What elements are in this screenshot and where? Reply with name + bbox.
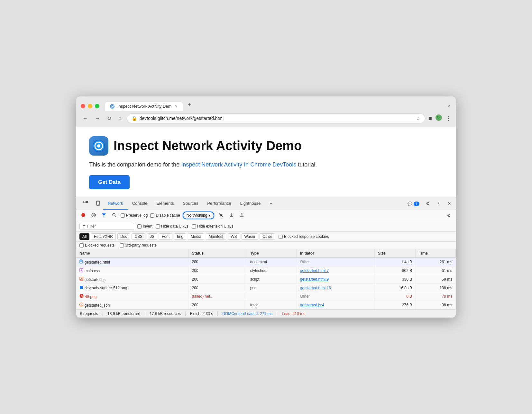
- disable-cache-checkbox[interactable]: Disable cache: [150, 213, 180, 218]
- window-controls: [81, 104, 99, 111]
- table-row[interactable]: JS getstarted.js 200 script getstarted.h…: [76, 275, 456, 284]
- hide-data-urls-checkbox[interactable]: Hide data URLs: [156, 224, 188, 229]
- svg-point-1: [112, 106, 113, 107]
- clear-button[interactable]: [90, 212, 97, 219]
- type-btn-manifest[interactable]: Manifest: [206, 233, 226, 240]
- type-btn-media[interactable]: Media: [188, 233, 204, 240]
- blocked-cookies-input[interactable]: [279, 235, 283, 239]
- back-button[interactable]: ←: [81, 114, 90, 122]
- devtools-close-button[interactable]: ✕: [445, 200, 453, 207]
- devtools-tab-lighthouse[interactable]: Lighthouse: [236, 198, 265, 210]
- type-btn-css[interactable]: CSS: [132, 233, 145, 240]
- network-settings-button[interactable]: ⚙: [445, 212, 453, 219]
- table-row[interactable]: {} getstarted.json 200 fetch getstarted.…: [76, 301, 456, 310]
- col-name[interactable]: Name: [76, 249, 188, 258]
- invert-checkbox[interactable]: Invert: [137, 224, 152, 229]
- minimize-button[interactable]: [88, 104, 92, 108]
- table-row[interactable]: ✕ 48.png (failed) net... Other 0 B 70 ms: [76, 292, 456, 301]
- hide-extension-urls-input[interactable]: [192, 224, 196, 229]
- page-header: Inspect Network Activity Demo: [89, 136, 443, 156]
- description-link[interactable]: Inspect Network Activity In Chrome DevTo…: [181, 161, 296, 168]
- svg-point-5: [97, 144, 100, 148]
- svg-point-11: [81, 213, 85, 217]
- import-button[interactable]: [228, 212, 235, 219]
- blocked-response-cookies-checkbox[interactable]: Blocked response cookies: [279, 234, 329, 239]
- load-time: Load: 410 ms: [277, 311, 310, 316]
- cell-time: 38 ms: [416, 301, 456, 310]
- preserve-log-checkbox[interactable]: Preserve log: [121, 213, 148, 218]
- devtools-tab-network[interactable]: Network: [103, 198, 128, 210]
- type-btn-img[interactable]: Img: [174, 233, 186, 240]
- extensions-icon[interactable]: ■: [428, 115, 432, 122]
- devtools-more-button[interactable]: ⋮: [435, 200, 443, 207]
- devtools-icons: 💬 1 ⚙ ⋮ ✕: [406, 200, 453, 207]
- devtools-tab-sources[interactable]: Sources: [179, 198, 203, 210]
- tab-menu-button[interactable]: ⌄: [446, 101, 451, 111]
- devtools-tab-console[interactable]: Console: [128, 198, 152, 210]
- wifi-icon[interactable]: [217, 212, 225, 219]
- throttle-dropdown[interactable]: No throttling ▾: [183, 212, 215, 219]
- filter-toggle-button[interactable]: [100, 212, 108, 219]
- reload-button[interactable]: ↻: [105, 114, 113, 123]
- devtools-tab-performance[interactable]: Performance: [203, 198, 235, 210]
- cell-size: 0 B: [374, 292, 416, 301]
- active-tab[interactable]: Inspect Network Activity Dem ×: [105, 102, 183, 111]
- cell-size: 16.0 kB: [374, 284, 416, 292]
- requests-count: 6 requests: [80, 311, 103, 316]
- col-time[interactable]: Time: [416, 249, 456, 258]
- devtools-tab-device[interactable]: [93, 197, 103, 210]
- more-options-icon[interactable]: ⋮: [445, 115, 451, 122]
- cell-type: document: [247, 258, 297, 266]
- record-button[interactable]: [79, 212, 87, 219]
- third-party-input[interactable]: [120, 243, 124, 248]
- devtools-chat-button[interactable]: 💬 1: [406, 200, 421, 207]
- col-initiator[interactable]: Initiator: [297, 249, 374, 258]
- devtools-tab-elements[interactable]: Elements: [152, 198, 178, 210]
- type-btn-fetch-xhr[interactable]: Fetch/XHR: [91, 233, 116, 240]
- svg-rect-7: [86, 201, 88, 203]
- table-row[interactable]: devtools-square-512.png 200 png getstart…: [76, 284, 456, 292]
- type-btn-js[interactable]: JS: [147, 233, 157, 240]
- hide-extension-urls-checkbox[interactable]: Hide extension URLs: [192, 224, 234, 229]
- type-btn-ws[interactable]: WS: [228, 233, 240, 240]
- blocked-requests-input[interactable]: [79, 243, 84, 248]
- address-bar-input[interactable]: 🔒 devtools.glitch.me/network/getstarted.…: [127, 113, 425, 123]
- disable-cache-input[interactable]: [150, 213, 154, 218]
- page-logo: [89, 136, 108, 156]
- col-size[interactable]: Size: [374, 249, 416, 258]
- search-button[interactable]: [110, 212, 118, 219]
- blocked-requests-checkbox[interactable]: Blocked requests: [79, 243, 115, 248]
- devtools-settings-button[interactable]: ⚙: [424, 200, 432, 207]
- col-status[interactable]: Status: [188, 249, 247, 258]
- close-button[interactable]: [81, 104, 85, 108]
- hide-data-urls-input[interactable]: [156, 224, 160, 229]
- home-button[interactable]: ⌂: [116, 114, 124, 122]
- type-btn-font[interactable]: Font: [159, 233, 172, 240]
- export-button[interactable]: [238, 212, 246, 219]
- tab-close-button[interactable]: ×: [174, 104, 178, 109]
- invert-input[interactable]: [137, 224, 142, 229]
- table-row[interactable]: getstarted.html 200 document Other 1.4 k…: [76, 258, 456, 266]
- type-btn-other[interactable]: Other: [260, 233, 275, 240]
- type-btn-all[interactable]: All: [79, 233, 89, 240]
- preserve-log-input[interactable]: [121, 213, 125, 218]
- devtools-tab-more[interactable]: »: [265, 198, 276, 210]
- forward-button[interactable]: →: [93, 114, 102, 122]
- type-btn-doc[interactable]: Doc: [117, 233, 130, 240]
- filter-bar: Invert Hide data URLs Hide extension URL…: [76, 221, 456, 232]
- table-row[interactable]: ✎ main.css 200 stylesheet getstarted.htm…: [76, 266, 456, 275]
- col-type[interactable]: Type: [247, 249, 297, 258]
- filter-input-field[interactable]: [79, 223, 134, 230]
- svg-rect-9: [97, 202, 99, 204]
- type-btn-wasm[interactable]: Wasm: [242, 233, 258, 240]
- profile-icon[interactable]: 🦎: [435, 114, 442, 123]
- maximize-button[interactable]: [95, 104, 99, 108]
- bookmark-icon[interactable]: ☆: [416, 115, 420, 122]
- new-tab-button[interactable]: +: [184, 100, 195, 111]
- third-party-checkbox[interactable]: 3rd-party requests: [120, 243, 156, 248]
- filter-text-input[interactable]: [87, 224, 126, 229]
- get-data-button[interactable]: Get Data: [89, 175, 130, 189]
- url-text: devtools.glitch.me/network/getstarted.ht…: [140, 116, 413, 121]
- svg-rect-30: [80, 286, 83, 289]
- devtools-tab-inspector[interactable]: [79, 197, 93, 210]
